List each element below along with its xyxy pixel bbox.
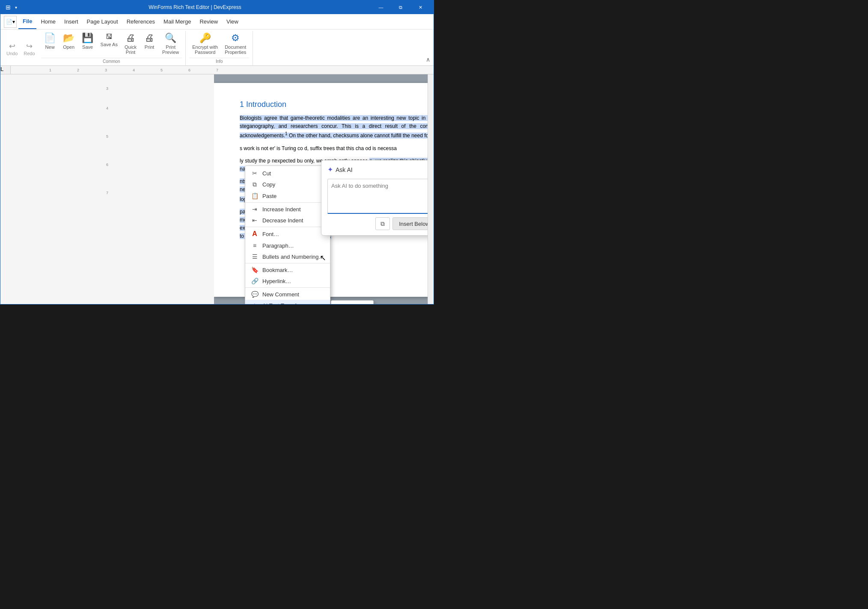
- ctx-increase-indent-label: Increase Indent: [262, 206, 301, 213]
- insert-below-button[interactable]: Insert Below: [392, 217, 428, 230]
- tab-references[interactable]: References: [122, 14, 159, 29]
- ctx-cut[interactable]: ✂ Cut: [245, 168, 330, 179]
- bookmark-icon: 🔖: [250, 266, 259, 273]
- ctx-bullets[interactable]: ☰ Bullets and Numbering…: [245, 251, 330, 262]
- print-preview-icon: 🔍: [165, 33, 176, 43]
- ribbon-group-common: 📄 New 📂 Open 💾 Save 🖫 Save As 🖨 Q: [38, 31, 186, 65]
- ctx-bullets-label: Bullets and Numbering…: [262, 254, 324, 260]
- ctx-font[interactable]: A Font…: [245, 228, 330, 240]
- ctx-hyperlink-label: Hyperlink…: [262, 278, 291, 284]
- doc-props-icon: ⚙: [231, 33, 240, 43]
- tab-mail-merge[interactable]: Mail Merge: [159, 14, 195, 29]
- new-button[interactable]: 📄 New: [41, 31, 59, 52]
- open-button[interactable]: 📂 Open: [60, 31, 78, 52]
- doc-props-label: DocumentProperties: [225, 44, 246, 55]
- ctx-cut-label: Cut: [262, 170, 271, 177]
- minimize-button[interactable]: —: [371, 0, 391, 14]
- document-area: L 1 2 3 4 5 6 7 3 4 5: [0, 66, 434, 304]
- ctx-paragraph-label: Paragraph…: [262, 242, 294, 249]
- ctx-bookmark[interactable]: 🔖 Bookmark…: [245, 264, 330, 275]
- document-icon[interactable]: 📄▾: [4, 16, 17, 28]
- print-label: Print: [145, 44, 155, 50]
- save-icon: 💾: [82, 33, 93, 43]
- undo-icon: ↩: [9, 41, 15, 51]
- ctx-copy-label: Copy: [262, 181, 275, 188]
- vertical-scrollbar[interactable]: [428, 74, 434, 304]
- hyperlink-icon: 🔗: [250, 278, 259, 284]
- ruler-corner: L: [0, 66, 11, 74]
- ask-ai-star-icon: ✦: [327, 166, 333, 174]
- encrypt-button[interactable]: 🔑 Encrypt withPassword: [189, 31, 221, 57]
- ctx-copy[interactable]: ⧉ Copy: [245, 179, 330, 190]
- title-bar: ⊞ ▾ WinForms Rich Text Editor | DevExpre…: [0, 0, 434, 14]
- tab-page-layout[interactable]: Page Layout: [83, 14, 122, 29]
- save-as-label: Save As: [101, 42, 118, 47]
- print-button[interactable]: 🖨 Print: [140, 31, 158, 52]
- ask-ai-copy-button[interactable]: ⧉: [375, 217, 390, 230]
- common-group-label: Common: [41, 58, 182, 65]
- paragraph-1: Biologists agree that game-theoretic mod…: [240, 114, 428, 140]
- print-icon: 🖨: [145, 33, 154, 43]
- doc-props-button[interactable]: ⚙ DocumentProperties: [222, 31, 249, 57]
- window-title: WinForms Rich Text Editor | DevExpress: [19, 4, 371, 10]
- ctx-paste-label: Paste: [262, 193, 276, 199]
- open-icon: 📂: [63, 33, 74, 43]
- encrypt-icon: 🔑: [199, 33, 211, 43]
- redo-button[interactable]: ↪ Redo: [21, 40, 37, 58]
- paragraph-2: s work is not er' is Turing co d, suffix…: [240, 145, 428, 153]
- increase-indent-icon: ⇥: [250, 206, 259, 213]
- copy-icon: ⧉: [250, 181, 259, 188]
- undo-button[interactable]: ↩ Undo: [4, 40, 20, 58]
- cut-icon: ✂: [250, 170, 259, 177]
- ask-ai-footer: ⧉ Insert Below ▾ Generate: [321, 214, 428, 235]
- ribbon-collapse-button[interactable]: ∧: [426, 56, 430, 63]
- restore-button[interactable]: ⧉: [391, 0, 410, 14]
- print-preview-label: PrintPreview: [162, 44, 179, 55]
- new-label: New: [45, 44, 55, 50]
- ctx-ai-transform-label: AI Text Transform: [262, 302, 306, 304]
- info-group-label: Info: [189, 58, 249, 65]
- tab-home[interactable]: Home: [36, 14, 60, 29]
- quick-access-chevron[interactable]: ▾: [15, 5, 17, 10]
- font-icon: A: [250, 230, 259, 238]
- tab-file[interactable]: File: [18, 14, 36, 29]
- close-button[interactable]: ✕: [410, 0, 430, 14]
- ask-ai-textarea[interactable]: [327, 179, 428, 213]
- print-preview-button[interactable]: 🔍 PrintPreview: [159, 31, 182, 57]
- ctx-ai-transform[interactable]: ✦ AI Text Transform Ask AI: [245, 300, 330, 304]
- ask-ai-submenu-item[interactable]: Ask AI: [331, 301, 373, 304]
- save-as-button[interactable]: 🖫 Save As: [98, 31, 121, 49]
- ctx-divider-3: [245, 263, 330, 263]
- redo-label: Redo: [24, 51, 35, 56]
- ctx-increase-indent[interactable]: ⇥ Increase Indent: [245, 204, 330, 215]
- tab-view[interactable]: View: [222, 14, 243, 29]
- undo-redo-group: ↩ Undo ↪ Redo: [4, 31, 38, 65]
- main-content: L 1 2 3 4 5 6 7 3 4 5: [0, 66, 434, 304]
- redo-icon: ↪: [26, 41, 33, 51]
- tab-insert[interactable]: Insert: [60, 14, 83, 29]
- ctx-decrease-indent-label: Decrease Indent: [262, 217, 303, 224]
- quick-print-button[interactable]: 🖨 QuickPrint: [122, 31, 140, 57]
- undo-label: Undo: [6, 51, 18, 56]
- ribbon: ↩ Undo ↪ Redo 📄 New 📂 Open 💾: [0, 30, 434, 66]
- ctx-divider-1: [245, 202, 330, 203]
- insert-below-group: Insert Below ▾: [392, 217, 428, 230]
- tab-review[interactable]: Review: [195, 14, 222, 29]
- ctx-hyperlink[interactable]: 🔗 Hyperlink…: [245, 275, 330, 287]
- horizontal-ruler: 1 2 3 4 5 6 7: [11, 66, 434, 74]
- paste-icon: 📋: [250, 192, 259, 199]
- ask-ai-input-wrap: [327, 179, 428, 214]
- ctx-paragraph[interactable]: ≡ Paragraph…: [245, 240, 330, 251]
- ask-ai-title-bar: ✦ Ask AI ✕: [321, 160, 428, 179]
- page-area[interactable]: 1 Introduction Biologists agree that gam…: [214, 74, 428, 304]
- document-row: 3 4 5 6 7 1 Introduction Biologists agre…: [0, 74, 434, 304]
- selected-text-1: Biologists agree that game-theoretic mod…: [240, 115, 428, 139]
- ctx-new-comment[interactable]: 💬 New Comment: [245, 289, 330, 300]
- ctx-font-label: Font…: [262, 231, 279, 237]
- ctx-decrease-indent[interactable]: ⇤ Decrease Indent: [245, 215, 330, 226]
- ctx-paste[interactable]: 📋 Paste: [245, 190, 330, 201]
- decrease-indent-icon: ⇤: [250, 217, 259, 224]
- save-as-icon: 🖫: [106, 33, 113, 40]
- ctx-bookmark-label: Bookmark…: [262, 267, 293, 273]
- save-button[interactable]: 💾 Save: [79, 31, 97, 52]
